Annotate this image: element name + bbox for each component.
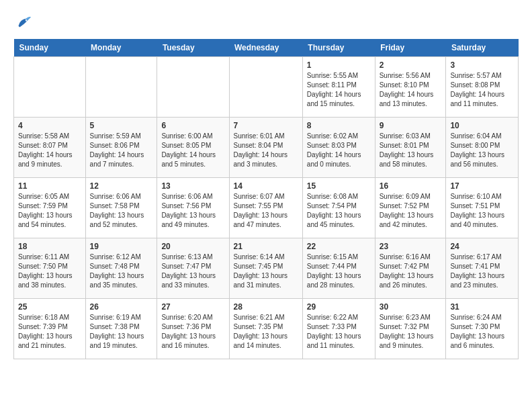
calendar-cell: 26Sunrise: 6:19 AM Sunset: 7:38 PM Dayli… <box>85 299 157 359</box>
day-info: Sunrise: 6:09 AM Sunset: 7:52 PM Dayligh… <box>380 192 442 230</box>
day-number: 13 <box>161 181 224 191</box>
calendar-cell: 17Sunrise: 6:10 AM Sunset: 7:51 PM Dayli… <box>446 178 519 238</box>
calendar-cell: 2Sunrise: 5:56 AM Sunset: 8:10 PM Daylig… <box>375 57 446 118</box>
calendar-cell: 4Sunrise: 5:58 AM Sunset: 8:07 PM Daylig… <box>14 118 86 178</box>
day-info: Sunrise: 6:03 AM Sunset: 8:01 PM Dayligh… <box>380 132 442 169</box>
day-info: Sunrise: 6:00 AM Sunset: 8:05 PM Dayligh… <box>161 132 224 169</box>
day-info: Sunrise: 6:06 AM Sunset: 7:56 PM Dayligh… <box>161 192 224 230</box>
day-number: 9 <box>380 121 442 130</box>
day-info: Sunrise: 6:19 AM Sunset: 7:38 PM Dayligh… <box>90 313 153 351</box>
calendar-week-row: 25Sunrise: 6:18 AM Sunset: 7:39 PM Dayli… <box>14 299 519 359</box>
day-number: 20 <box>161 242 224 251</box>
day-number: 10 <box>450 121 514 130</box>
calendar-cell: 24Sunrise: 6:17 AM Sunset: 7:41 PM Dayli… <box>446 238 519 299</box>
weekday-header: Sunday <box>14 39 86 57</box>
calendar-cell: 11Sunrise: 6:05 AM Sunset: 7:59 PM Dayli… <box>14 178 86 238</box>
day-number: 22 <box>307 242 371 251</box>
day-info: Sunrise: 6:18 AM Sunset: 7:39 PM Dayligh… <box>18 313 81 351</box>
day-number: 5 <box>90 121 153 130</box>
calendar-cell: 27Sunrise: 6:20 AM Sunset: 7:36 PM Dayli… <box>157 299 229 359</box>
calendar-cell: 22Sunrise: 6:15 AM Sunset: 7:44 PM Dayli… <box>302 238 375 299</box>
calendar-cell: 6Sunrise: 6:00 AM Sunset: 8:05 PM Daylig… <box>157 118 229 178</box>
day-number: 26 <box>90 302 153 312</box>
day-number: 15 <box>307 181 371 191</box>
day-number: 8 <box>307 121 371 130</box>
day-number: 14 <box>234 181 298 191</box>
calendar-cell: 25Sunrise: 6:18 AM Sunset: 7:39 PM Dayli… <box>14 299 86 359</box>
calendar-cell: 19Sunrise: 6:12 AM Sunset: 7:48 PM Dayli… <box>85 238 157 299</box>
calendar-cell: 23Sunrise: 6:16 AM Sunset: 7:42 PM Dayli… <box>375 238 446 299</box>
calendar-cell: 12Sunrise: 6:06 AM Sunset: 7:58 PM Dayli… <box>85 178 157 238</box>
day-number: 30 <box>380 302 442 312</box>
day-info: Sunrise: 6:16 AM Sunset: 7:42 PM Dayligh… <box>380 253 442 290</box>
day-info: Sunrise: 5:58 AM Sunset: 8:07 PM Dayligh… <box>18 132 81 169</box>
calendar-cell: 21Sunrise: 6:14 AM Sunset: 7:45 PM Dayli… <box>229 238 302 299</box>
calendar-body: 1Sunrise: 5:55 AM Sunset: 8:11 PM Daylig… <box>14 57 519 359</box>
day-info: Sunrise: 6:22 AM Sunset: 7:33 PM Dayligh… <box>307 313 371 351</box>
day-info: Sunrise: 6:11 AM Sunset: 7:50 PM Dayligh… <box>18 253 81 290</box>
day-number: 7 <box>234 121 298 130</box>
day-number: 27 <box>161 302 224 312</box>
day-info: Sunrise: 6:05 AM Sunset: 7:59 PM Dayligh… <box>18 192 81 230</box>
page-header <box>13 13 519 32</box>
weekday-header: Wednesday <box>229 39 302 57</box>
day-info: Sunrise: 6:20 AM Sunset: 7:36 PM Dayligh… <box>161 313 224 351</box>
day-info: Sunrise: 6:12 AM Sunset: 7:48 PM Dayligh… <box>90 253 153 290</box>
calendar-cell: 8Sunrise: 6:02 AM Sunset: 8:03 PM Daylig… <box>302 118 375 178</box>
calendar-cell <box>157 57 229 118</box>
day-number: 6 <box>161 121 224 130</box>
calendar-cell: 13Sunrise: 6:06 AM Sunset: 7:56 PM Dayli… <box>157 178 229 238</box>
calendar-cell: 3Sunrise: 5:57 AM Sunset: 8:08 PM Daylig… <box>446 57 519 118</box>
calendar-cell: 7Sunrise: 6:01 AM Sunset: 8:04 PM Daylig… <box>229 118 302 178</box>
day-number: 12 <box>90 181 153 191</box>
calendar-week-row: 11Sunrise: 6:05 AM Sunset: 7:59 PM Dayli… <box>14 178 519 238</box>
day-number: 19 <box>90 242 153 251</box>
day-info: Sunrise: 5:57 AM Sunset: 8:08 PM Dayligh… <box>450 71 514 109</box>
calendar-week-row: 4Sunrise: 5:58 AM Sunset: 8:07 PM Daylig… <box>14 118 519 178</box>
day-info: Sunrise: 6:06 AM Sunset: 7:58 PM Dayligh… <box>90 192 153 230</box>
day-number: 23 <box>380 242 442 251</box>
day-info: Sunrise: 6:24 AM Sunset: 7:30 PM Dayligh… <box>450 313 514 351</box>
calendar-cell <box>14 57 86 118</box>
day-info: Sunrise: 6:21 AM Sunset: 7:35 PM Dayligh… <box>234 313 298 351</box>
calendar-header: SundayMondayTuesdayWednesdayThursdayFrid… <box>14 39 519 57</box>
day-number: 2 <box>380 60 442 70</box>
day-info: Sunrise: 6:15 AM Sunset: 7:44 PM Dayligh… <box>307 253 371 290</box>
day-number: 16 <box>380 181 442 191</box>
calendar-cell: 16Sunrise: 6:09 AM Sunset: 7:52 PM Dayli… <box>375 178 446 238</box>
day-number: 18 <box>18 242 81 251</box>
weekday-header: Saturday <box>446 39 519 57</box>
day-info: Sunrise: 6:04 AM Sunset: 8:00 PM Dayligh… <box>450 132 514 169</box>
calendar-cell <box>85 57 157 118</box>
calendar-cell: 29Sunrise: 6:22 AM Sunset: 7:33 PM Dayli… <box>302 299 375 359</box>
day-info: Sunrise: 6:08 AM Sunset: 7:54 PM Dayligh… <box>307 192 371 230</box>
day-number: 31 <box>450 302 514 312</box>
day-info: Sunrise: 5:59 AM Sunset: 8:06 PM Dayligh… <box>90 132 153 169</box>
day-info: Sunrise: 6:02 AM Sunset: 8:03 PM Dayligh… <box>307 132 371 169</box>
calendar-cell: 28Sunrise: 6:21 AM Sunset: 7:35 PM Dayli… <box>229 299 302 359</box>
calendar-cell: 31Sunrise: 6:24 AM Sunset: 7:30 PM Dayli… <box>446 299 519 359</box>
calendar-cell: 10Sunrise: 6:04 AM Sunset: 8:00 PM Dayli… <box>446 118 519 178</box>
day-number: 17 <box>450 181 514 191</box>
day-number: 1 <box>307 60 371 70</box>
day-number: 24 <box>450 242 514 251</box>
day-info: Sunrise: 6:14 AM Sunset: 7:45 PM Dayligh… <box>234 253 298 290</box>
logo <box>13 13 35 32</box>
calendar-cell: 1Sunrise: 5:55 AM Sunset: 8:11 PM Daylig… <box>302 57 375 118</box>
day-info: Sunrise: 6:01 AM Sunset: 8:04 PM Dayligh… <box>234 132 298 169</box>
weekday-header: Tuesday <box>157 39 229 57</box>
calendar-table: SundayMondayTuesdayWednesdayThursdayFrid… <box>13 39 519 359</box>
day-number: 25 <box>18 302 81 312</box>
day-info: Sunrise: 6:10 AM Sunset: 7:51 PM Dayligh… <box>450 192 514 230</box>
logo-bird-icon <box>13 13 32 32</box>
day-number: 28 <box>234 302 298 312</box>
calendar-cell: 5Sunrise: 5:59 AM Sunset: 8:06 PM Daylig… <box>85 118 157 178</box>
weekday-header: Monday <box>85 39 157 57</box>
day-number: 3 <box>450 60 514 70</box>
calendar-week-row: 18Sunrise: 6:11 AM Sunset: 7:50 PM Dayli… <box>14 238 519 299</box>
day-number: 21 <box>234 242 298 251</box>
day-info: Sunrise: 5:56 AM Sunset: 8:10 PM Dayligh… <box>380 71 442 109</box>
day-number: 11 <box>18 181 81 191</box>
calendar-week-row: 1Sunrise: 5:55 AM Sunset: 8:11 PM Daylig… <box>14 57 519 118</box>
weekday-header: Thursday <box>302 39 375 57</box>
